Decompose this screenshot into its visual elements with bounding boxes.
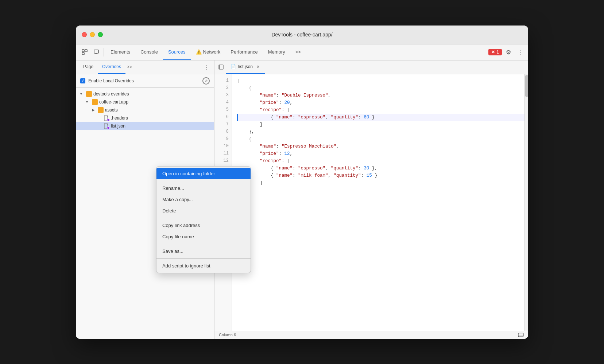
file-icon <box>104 115 109 121</box>
line-num-7: 7 <box>214 121 232 128</box>
line-num-8: 8 <box>214 128 232 136</box>
code-line-5: "recipe": [ <box>238 106 524 114</box>
close-button[interactable] <box>82 32 87 37</box>
device-toolbar-icon[interactable] <box>90 46 102 58</box>
code-line-1: [ <box>238 77 524 85</box>
editor-tab-close-icon[interactable]: ✕ <box>255 64 261 70</box>
ctx-save-as[interactable]: Save as... <box>156 246 251 257</box>
context-menu: Open in containing folder Rename... Make… <box>156 166 251 273</box>
status-bar: Column 6 <box>214 331 528 339</box>
folder-icon <box>86 91 92 97</box>
code-line-9: { <box>238 136 524 143</box>
error-badge[interactable]: ✕ 1 <box>488 49 502 55</box>
devtools-window: DevTools - coffee-cart.app/ Elements Con… <box>76 26 528 339</box>
code-lines: [ { "name": "Double Espresso", "price": … <box>232 74 524 331</box>
sub-tab-more-icon[interactable]: >> <box>127 64 132 70</box>
network-warning-icon: ⚠️ <box>196 49 202 55</box>
tree-label-assets: assets <box>105 107 118 113</box>
settings-icon[interactable]: ⚙ <box>503 47 514 57</box>
sub-tab-page[interactable]: Page <box>79 60 98 74</box>
svg-rect-4 <box>95 54 97 54</box>
tab-elements[interactable]: Elements <box>105 44 135 60</box>
file-icon <box>104 123 109 129</box>
tree-label-devtools-overrides: devtools overrides <box>93 91 129 97</box>
ctx-copy-name[interactable]: Copy file name <box>156 231 251 242</box>
code-line-11: "price": 12, <box>238 150 524 157</box>
tree-item-assets[interactable]: ▶ assets <box>76 106 214 114</box>
scrollbar[interactable] <box>524 74 528 331</box>
ctx-delete[interactable]: Delete <box>156 205 251 216</box>
enable-overrides-label: Enable Local Overrides <box>88 78 200 83</box>
inspect-element-icon[interactable] <box>79 46 90 58</box>
line-num-2: 2 <box>214 85 232 92</box>
ctx-separator-2 <box>156 218 251 218</box>
line-num-4: 4 <box>214 99 232 106</box>
status-icon <box>518 332 524 338</box>
code-line-14: { "name": "milk foam", "quantity": 15 } <box>238 172 524 179</box>
sidebar-toggle-icon[interactable] <box>216 62 226 72</box>
sub-tab-overrides[interactable]: Overrides <box>98 60 125 74</box>
sub-tabs: Page Overrides >> ⋮ <box>76 60 214 74</box>
traffic-lights <box>82 32 103 37</box>
tree-item-devtools-overrides[interactable]: ▾ devtools overrides <box>76 90 214 98</box>
arrow-icon: ▶ <box>92 108 96 112</box>
toolbar-divider <box>104 48 104 56</box>
ctx-copy-link[interactable]: Copy link address <box>156 220 251 231</box>
sub-tab-options-icon[interactable]: ⋮ <box>202 64 211 71</box>
maximize-button[interactable] <box>98 32 103 37</box>
svg-rect-3 <box>94 50 98 53</box>
line-num-10: 10 <box>214 143 232 150</box>
code-line-3: "name": "Double Espresso", <box>238 92 524 99</box>
ctx-open-folder[interactable]: Open in containing folder <box>156 168 251 179</box>
code-line-7: ] <box>238 121 524 128</box>
left-panel: Page Overrides >> ⋮ Enable Local Overrid… <box>76 60 214 339</box>
line-num-6: 6 <box>214 114 232 121</box>
tree-label-coffee-cart: coffee-cart.app <box>99 99 128 105</box>
tab-memory[interactable]: Memory <box>263 44 290 60</box>
svg-rect-2 <box>82 52 84 55</box>
title-bar: DevTools - coffee-cart.app/ <box>76 26 528 44</box>
tab-network[interactable]: ⚠️ Network <box>191 44 226 60</box>
tree-label-list-json: list.json <box>111 124 125 129</box>
tab-performance[interactable]: Performance <box>225 44 263 60</box>
code-content: 1 2 3 4 5 6 7 8 9 10 11 12 13 14 <box>214 74 528 331</box>
tab-more[interactable]: >> <box>290 44 306 60</box>
tree-item-headers[interactable]: ▶ .headers <box>76 114 214 122</box>
enable-overrides-checkbox[interactable] <box>80 78 85 83</box>
ctx-rename[interactable]: Rename... <box>156 183 251 194</box>
tab-sources[interactable]: Sources <box>163 44 191 60</box>
status-right <box>518 332 524 338</box>
line-num-5: 5 <box>214 106 232 114</box>
ctx-separator-3 <box>156 244 251 244</box>
scrollbar-thumb[interactable] <box>525 75 528 97</box>
svg-rect-8 <box>219 65 220 69</box>
folder-icon <box>98 107 104 113</box>
toolbar-tabs: Elements Console Sources ⚠️ Network Perf… <box>105 44 488 60</box>
code-line-12: "recipe": [ <box>238 157 524 165</box>
block-icon[interactable]: ⊘ <box>202 77 210 85</box>
code-line-13: { "name": "espresso", "quantity": 30 }, <box>238 165 524 172</box>
ctx-separator-1 <box>156 181 251 181</box>
minimize-button[interactable] <box>90 32 95 37</box>
code-editor[interactable]: 1 2 3 4 5 6 7 8 9 10 11 12 13 14 <box>214 74 528 331</box>
tree-label-headers: .headers <box>111 116 128 121</box>
right-panel: 📄 list.json ✕ 1 2 3 4 5 6 7 8 <box>214 60 528 339</box>
code-line-10: "name": "Espresso Macchiato", <box>238 143 524 150</box>
devtools-toolbar: Elements Console Sources ⚠️ Network Perf… <box>76 44 528 60</box>
error-count: 1 <box>496 50 499 55</box>
more-options-icon[interactable]: ⋮ <box>515 47 525 57</box>
code-line-2: { <box>238 85 524 92</box>
tab-console[interactable]: Console <box>135 44 163 60</box>
svg-rect-0 <box>82 50 84 52</box>
ctx-make-copy[interactable]: Make a copy... <box>156 194 251 205</box>
tree-item-coffee-cart[interactable]: ▾ coffee-cart.app <box>76 98 214 106</box>
ctx-separator-4 <box>156 258 251 259</box>
status-column: Column 6 <box>219 333 236 337</box>
line-num-11: 11 <box>214 150 232 157</box>
line-num-9: 9 <box>214 136 232 143</box>
ctx-add-ignore[interactable]: Add script to ignore list <box>156 260 251 271</box>
tree-item-list-json[interactable]: ▶ list.json <box>76 122 214 130</box>
line-num-12: 12 <box>214 157 232 165</box>
arrow-icon: ▾ <box>86 100 90 104</box>
editor-tab-list-json[interactable]: 📄 list.json ✕ <box>226 60 265 74</box>
